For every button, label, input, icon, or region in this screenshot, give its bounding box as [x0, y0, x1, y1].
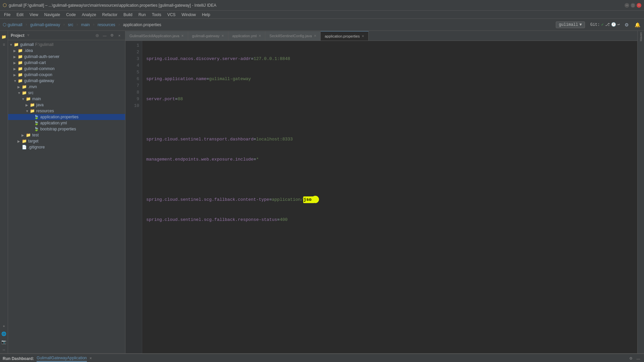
camera-icon[interactable]: 📷 — [1, 339, 7, 345]
highlight-json: json — [303, 196, 314, 203]
tree-label: target — [28, 139, 39, 143]
menu-item-build[interactable]: Build — [121, 12, 135, 18]
tree-item-target[interactable]: ▶ 📁 target — [8, 138, 125, 144]
breadcrumb-resources[interactable]: resources — [98, 22, 115, 27]
breadcrumb-main[interactable]: main — [81, 22, 90, 27]
tree-label: resources — [36, 109, 54, 113]
menu-item-run[interactable]: Run — [136, 12, 149, 18]
tab-close[interactable]: × — [314, 34, 316, 38]
folder-icon: 📁 — [17, 60, 23, 65]
tab-gateway[interactable]: gulimall-gateway × — [188, 31, 228, 41]
tree-item-test[interactable]: ▶ 📁 test — [8, 132, 125, 138]
menu-item-window[interactable]: Window — [179, 12, 199, 18]
menu-item-help[interactable]: Help — [199, 12, 213, 18]
line-numbers: 1 2 3 4 5 6 7 8 9 10 — [125, 41, 142, 353]
file-tree: ▼ 📁 gulimall F:\gulimall ▶ 📁 .idea ▶ 📁 g… — [8, 40, 125, 353]
structure-icon[interactable]: ≡ — [1, 42, 7, 48]
tree-item-java[interactable]: ▶ 📁 java — [8, 102, 125, 108]
tree-item-mvn[interactable]: ▶ 📁 .mvn — [8, 84, 125, 90]
project-label: ⬡ gulimall — [3, 22, 22, 27]
tree-label: main — [32, 97, 41, 101]
more-icon[interactable]: ⋯ — [1, 347, 7, 353]
close-button[interactable]: × — [637, 3, 641, 8]
tab-close[interactable]: × — [222, 34, 224, 38]
folder-icon: 📁 — [30, 102, 35, 108]
panel-actions: ◎ — ⚙ × — [94, 33, 122, 39]
tab-close[interactable]: × — [362, 34, 364, 39]
panel-locate-button[interactable]: ◎ — [94, 33, 100, 39]
folder-icon: 📁 — [30, 108, 35, 114]
tab-close-btn[interactable]: × — [90, 356, 92, 361]
tree-item-main[interactable]: ▼ 📁 main — [8, 96, 125, 102]
tab-close[interactable]: × — [259, 34, 261, 38]
menu-item-edit[interactable]: Edit — [14, 12, 26, 18]
tab-app-properties[interactable]: application.properties × — [321, 31, 369, 41]
project-selector[interactable]: gulimall ▼ — [556, 21, 585, 28]
breadcrumb-src[interactable]: src — [68, 22, 73, 27]
panel-settings-button[interactable]: ⚙ — [109, 33, 115, 39]
tree-arrow: ▼ — [21, 97, 25, 101]
menu-item-refactor[interactable]: Refactor — [100, 12, 120, 18]
code-key: management.endpoints.web.exposure.includ… — [146, 156, 254, 163]
code-key: spring.cloud.sentinel.scg.fallback.respo… — [146, 217, 277, 223]
tree-label: .idea — [24, 48, 33, 53]
folder-icon: 📁 — [25, 132, 31, 138]
left-icon-bar: 📁 ≡ ★ 🌐 📷 ⋯ — [0, 31, 8, 353]
notifications-button[interactable]: 🔔 — [633, 21, 641, 29]
project-icon[interactable]: 📁 — [1, 34, 7, 40]
menu-item-file[interactable]: File — [1, 12, 13, 18]
line-num-6: 6 — [125, 76, 139, 82]
code-val: * — [256, 156, 259, 163]
maximize-button[interactable]: □ — [631, 3, 635, 8]
tree-item-auth[interactable]: ▶ 📁 gulimall-auth-server — [8, 54, 125, 60]
tree-item-cart[interactable]: ▶ 📁 gulimall-cart — [8, 60, 125, 66]
tree-item-app-yml[interactable]: 🍃 application.yml — [8, 120, 125, 126]
minimize-button[interactable]: ─ — [625, 3, 629, 8]
tab-sentinel-config[interactable]: SeckillSentinelConfig.java × — [265, 31, 321, 41]
code-editor[interactable]: 1 2 3 4 5 6 7 8 9 10 spring.cloud.nacos.… — [125, 41, 637, 353]
tree-item-app-properties[interactable]: 🍃 application.properties — [8, 114, 125, 120]
menu-item-analyze[interactable]: Analyze — [79, 12, 99, 18]
panel-collapse-button[interactable]: — — [102, 33, 108, 39]
tree-arrow: ▼ — [25, 109, 30, 113]
main-layout: 📁 ≡ ★ 🌐 📷 ⋯ Project ▼ ◎ — ⚙ × ▼ 📁 gulima… — [0, 31, 644, 353]
tree-item-coupon[interactable]: ▶ 📁 gulimall-coupon — [8, 72, 125, 78]
git-checkmark: ✓ — [601, 22, 604, 27]
tree-item-common[interactable]: ▶ 📁 gulimall-common — [8, 66, 125, 72]
editor-area: GulimallSeckillApplication.java × gulima… — [125, 31, 637, 353]
tree-arrow: ▶ — [25, 103, 30, 107]
favorites-icon[interactable]: ★ — [1, 322, 7, 329]
code-content[interactable]: spring.cloud.nacos.discovery.server-addr… — [142, 41, 637, 353]
tree-item-src[interactable]: ▼ 📁 src — [8, 90, 125, 96]
menu-item-view[interactable]: View — [27, 12, 41, 18]
maven-label[interactable]: Maven — [639, 32, 643, 41]
web-icon[interactable]: 🌐 — [1, 330, 7, 337]
menu-item-tools[interactable]: Tools — [149, 12, 164, 18]
menu-item-navigate[interactable]: Navigate — [42, 12, 63, 18]
tree-item-gulimall[interactable]: ▼ 📁 gulimall F:\gulimall — [8, 42, 125, 48]
breadcrumb-file[interactable]: application.properties — [123, 22, 161, 27]
folder-icon: 📁 — [21, 138, 27, 144]
menu-item-code[interactable]: Code — [63, 12, 78, 18]
code-line-6: management.endpoints.web.exposure.includ… — [146, 156, 633, 163]
window-controls[interactable]: ─ □ × — [625, 3, 641, 8]
tree-item-gateway[interactable]: ▼ 📁 gulimall-gateway — [8, 78, 125, 84]
tab-seckill-app[interactable]: GulimallSeckillApplication.java × — [125, 31, 188, 41]
folder-icon: 📁 — [17, 72, 23, 77]
menu-item-vcs[interactable]: VCS — [165, 12, 178, 18]
tree-item-idea[interactable]: ▶ 📁 .idea — [8, 48, 125, 54]
tree-item-resources[interactable]: ▼ 📁 resources — [8, 108, 125, 114]
minimize-panel-btn[interactable]: — — [635, 356, 641, 362]
run-dashboard-tab[interactable]: GulimallGatewayApplication — [37, 356, 87, 362]
tab-close[interactable]: × — [181, 34, 184, 38]
tree-item-gitignore[interactable]: 📄 .gitignore — [8, 144, 125, 150]
settings-button[interactable]: ⚙ — [623, 21, 631, 29]
breadcrumb-gateway[interactable]: gulimall-gateway — [30, 22, 60, 27]
settings-panel-btn[interactable]: ⚙ — [628, 356, 634, 362]
tree-item-bootstrap[interactable]: 🍃 bootstrap.properties — [8, 126, 125, 132]
code-line-10 — [146, 237, 633, 243]
tab-app-yml[interactable]: application.yml × — [228, 31, 266, 41]
tree-label-gulimall: gulimall — [20, 42, 34, 47]
panel-close-button[interactable]: × — [116, 33, 122, 39]
line-num-8: 8 — [125, 89, 139, 96]
